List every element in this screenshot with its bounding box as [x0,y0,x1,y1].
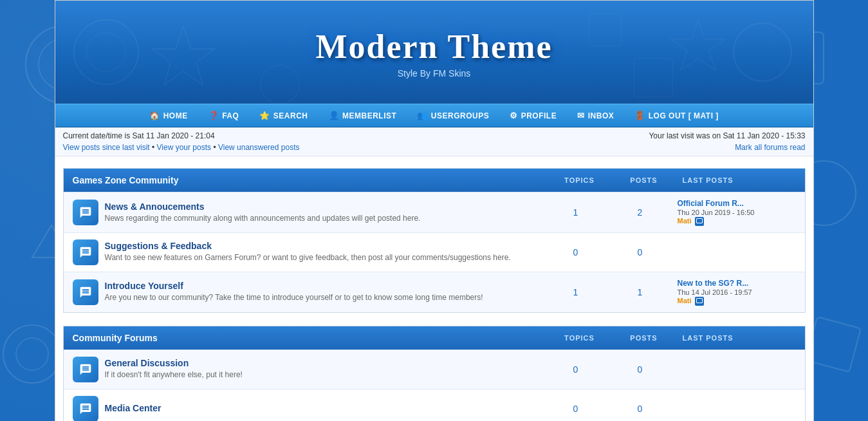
forum-icon-introduce [73,279,98,305]
svg-point-18 [87,33,125,71]
svg-point-6 [3,325,61,383]
forum-row-news: News & Annoucements News regarding the c… [64,192,805,232]
nav-logout[interactable]: 🚪 LOG OUT [ MATI ] [624,104,729,127]
forum-posts-suggestions: 0 [608,247,672,257]
site-header: Modern Theme Style By FM Skins [55,1,813,104]
section-col-topics-1: TOPICS [548,170,612,191]
forum-topics-introduce: 1 [544,287,608,297]
forum-topics-media: 0 [544,404,608,414]
svg-point-23 [261,65,299,104]
forum-posts-introduce: 1 [608,287,672,297]
inbox-icon: ✉ [577,111,585,120]
section-title-community: Community Forums [64,326,548,350]
section-col-topics-2: TOPICS [548,328,612,348]
forum-name-news[interactable]: News & Annoucements [105,201,544,212]
svg-point-17 [74,20,138,84]
info-links: View posts since last visit • View your … [63,143,300,152]
memberlist-icon: 👤 [329,111,340,120]
faq-icon: ❓ [208,111,219,120]
home-icon: 🏠 [149,111,160,120]
nav-faq-label: FAQ [222,111,239,120]
forum-info-suggestions: Suggestions & Feedback Want to see new f… [105,241,544,263]
forum-icon-media [73,396,98,421]
nav-usergroups-label: USERGROUPS [431,111,489,120]
forum-name-general[interactable]: General Discussion [105,358,544,368]
site-subtitle: Style By FM Skins [398,68,471,79]
last-post-icon-news[interactable] [695,217,704,226]
nav-search-label: SEARCH [273,111,308,120]
forum-row-suggestions: Suggestions & Feedback Want to see new f… [64,232,805,272]
logout-icon: 🚪 [634,111,645,120]
section-col-posts-1: POSTS [612,170,676,191]
svg-rect-8 [806,317,861,372]
forum-info-media: Media Center [105,403,544,415]
nav-profile-label: PROFILE [521,111,557,120]
section-col-lastposts-1: LAST POSTS [676,170,805,191]
nav-search[interactable]: ⭐ SEARCH [249,104,318,127]
nav-memberlist[interactable]: 👤 MEMBERLIST [319,104,407,127]
last-post-icon-introduce[interactable] [695,297,704,306]
last-post-title-news[interactable]: Official Forum R... [678,199,796,208]
forum-desc-general: If it doesn't fit anywhere else, put it … [105,370,544,380]
info-bar-right: Your last visit was on Sat 11 Jan 2020 -… [649,131,805,152]
svg-rect-24 [589,14,621,46]
last-post-user-news[interactable]: Mati [678,217,692,225]
forum-icon-suggestions [73,239,98,265]
section-header-community: Community Forums TOPICS POSTS LAST POSTS [64,326,805,350]
last-visit-text: Your last visit was on Sat 11 Jan 2020 -… [649,131,805,140]
section-games-zone: Games Zone Community TOPICS POSTS LAST P… [63,168,806,313]
separator-2: • [213,143,218,152]
forum-row-introduce: Introduce Yourself Are you new to our co… [64,272,805,312]
forum-last-introduce: New to the SG? R... Thu 14 Jul 2016 - 19… [672,279,801,306]
nav-faq[interactable]: ❓ FAQ [198,104,250,127]
nav-home[interactable]: 🏠 HOME [139,104,198,127]
info-bar: Current date/time is Sat 11 Jan 2020 - 2… [55,127,813,156]
last-post-date-introduce: Thu 14 Jul 2016 - 19:57 [678,288,796,296]
last-post-user-introduce[interactable]: Mati [678,297,692,304]
forum-info-news: News & Annoucements News regarding the c… [105,201,544,224]
section-header-games-zone: Games Zone Community TOPICS POSTS LAST P… [64,169,805,192]
view-posts-since-link[interactable]: View posts since last visit [63,143,150,152]
nav-profile[interactable]: ⚙ PROFILE [499,104,567,127]
forum-desc-news: News regarding the community along with … [105,213,544,224]
nav-usergroups[interactable]: 👥 USERGROUPS [407,104,499,127]
main-wrapper: Modern Theme Style By FM Skins 🏠 HOME ❓ … [55,0,814,421]
svg-rect-22 [634,59,672,97]
site-title: Modern Theme [315,28,552,66]
forum-icon-news [73,200,98,225]
svg-point-20 [734,23,791,81]
forum-info-general: General Discussion If it doesn't fit any… [105,358,544,380]
section-community-forums: Community Forums TOPICS POSTS LAST POSTS… [63,326,806,421]
forum-name-suggestions[interactable]: Suggestions & Feedback [105,241,544,251]
search-icon: ⭐ [259,111,270,120]
last-post-title-introduce[interactable]: New to the SG? R... [678,279,796,288]
profile-icon: ⚙ [510,111,518,120]
forum-info-introduce: Introduce Yourself Are you new to our co… [105,281,544,303]
forum-topics-news: 1 [544,207,608,218]
nav-inbox[interactable]: ✉ INBOX [567,104,624,127]
section-col-lastposts-2: LAST POSTS [676,328,805,348]
forum-topics-general: 0 [544,364,608,375]
forum-posts-news: 2 [608,207,672,218]
main-nav: 🏠 HOME ❓ FAQ ⭐ SEARCH 👤 MEMBERLIST 👥 USE… [55,104,813,127]
forum-row-general: General Discussion If it doesn't fit any… [64,350,805,389]
mark-all-read-link[interactable]: Mark all forums read [735,143,805,152]
separator-1: • [152,143,157,152]
nav-logout-label: LOG OUT [ MATI ] [649,111,719,120]
info-bar-left: Current date/time is Sat 11 Jan 2020 - 2… [63,131,300,152]
forum-name-introduce[interactable]: Introduce Yourself [105,281,544,291]
usergroups-icon: 👥 [417,111,428,120]
forum-desc-introduce: Are you new to our community? Take the t… [105,292,544,303]
forum-name-media[interactable]: Media Center [105,403,544,413]
current-datetime: Current date/time is Sat 11 Jan 2020 - 2… [63,131,300,140]
forum-desc-suggestions: Want to see new features on Gamers Forum… [105,252,544,263]
forum-topics-suggestions: 0 [544,247,608,257]
nav-memberlist-label: MEMBERLIST [342,111,396,120]
forum-posts-general: 0 [608,364,672,375]
last-post-date-news: Thu 20 Jun 2019 - 16:50 [678,209,796,216]
view-your-posts-link[interactable]: View your posts [157,143,212,152]
forum-icon-general [73,357,98,382]
nav-home-label: HOME [163,111,188,120]
view-unanswered-link[interactable]: View unanswered posts [218,143,300,152]
svg-point-7 [16,338,48,370]
